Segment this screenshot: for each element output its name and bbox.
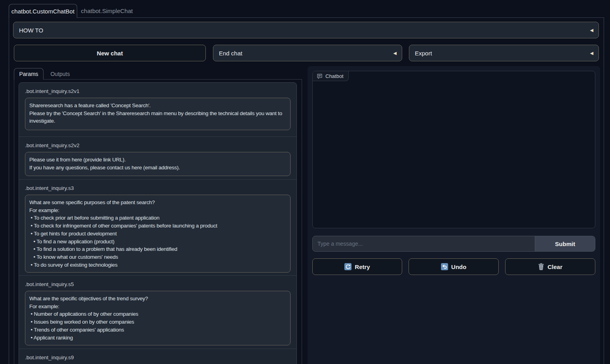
submit-button-label: Submit (555, 241, 575, 247)
undo-button-label: Undo (451, 264, 466, 270)
tab-params[interactable]: Params (14, 68, 44, 80)
param-field: .bot.intent_inquiry.s5 What are the spec… (19, 275, 296, 349)
retry-icon (344, 263, 352, 270)
chevron-left-icon: ◀ (393, 51, 397, 55)
chatbot-label-chip: Chatbot (313, 71, 349, 81)
chat-bubble-icon (317, 73, 323, 79)
param-field-label: .bot.intent_inquiry.s3 (25, 185, 291, 191)
undo-icon (441, 263, 448, 270)
chevron-left-icon: ◀ (590, 28, 593, 32)
tab-params-label: Params (19, 71, 38, 77)
param-field: .bot.intent_inquiry.s9 (19, 349, 296, 364)
retry-button-label: Retry (355, 264, 370, 270)
chat-column-panel: Chatbot Submit Retry Undo (308, 66, 600, 364)
param-field-textarea[interactable]: Shareresearch has a feature called 'Conc… (25, 98, 291, 130)
tab-custom-chatbot-label: chatbot.CustomChatBot (11, 8, 74, 15)
param-field-label: .bot.intent_inquiry.s2v2 (25, 142, 291, 149)
app-window: chatbot.CustomChatBot chatbot.SimpleChat… (0, 0, 610, 364)
submit-button[interactable]: Submit (535, 236, 595, 251)
message-composer: Submit (312, 236, 595, 252)
param-field-textarea[interactable]: What are the specific objectives of the … (25, 291, 291, 345)
clear-button[interactable]: Clear (505, 258, 595, 275)
param-field-textarea[interactable]: Please use it from here (provide link UR… (25, 152, 291, 176)
params-form: .bot.intent_inquiry.s2v1 Shareresearch h… (19, 82, 297, 364)
how-to-accordion-label: HOW TO (19, 27, 43, 34)
chevron-left-icon: ◀ (590, 51, 593, 55)
tab-simple-chat-label: chatbot.SimpleChat (81, 8, 133, 14)
tab-outputs-label: Outputs (50, 71, 70, 77)
end-chat-accordion-label: End chat (219, 50, 242, 57)
export-accordion[interactable]: Export ◀ (409, 45, 599, 61)
undo-button[interactable]: Undo (409, 258, 499, 275)
new-chat-button[interactable]: New chat (14, 45, 206, 61)
param-field: .bot.intent_inquiry.s3 What are some spe… (19, 179, 296, 275)
new-chat-button-label: New chat (97, 50, 123, 57)
chatbot-message-area: Chatbot (312, 71, 595, 228)
trash-icon (538, 263, 544, 270)
param-field: .bot.intent_inquiry.s2v1 Shareresearch h… (19, 83, 296, 136)
chatbot-label: Chatbot (325, 73, 344, 79)
tab-custom-chatbot[interactable]: chatbot.CustomChatBot (9, 4, 77, 18)
clear-button-label: Clear (547, 264, 562, 270)
param-field: .bot.intent_inquiry.s2v2 Please use it f… (19, 136, 296, 179)
tab-simple-chat[interactable]: chatbot.SimpleChat (78, 4, 136, 18)
how-to-accordion[interactable]: HOW TO ◀ (13, 22, 599, 38)
param-field-label: .bot.intent_inquiry.s9 (25, 354, 291, 361)
param-field-label: .bot.intent_inquiry.s5 (25, 281, 291, 288)
param-field-textarea[interactable]: What are some specific purposes of the p… (25, 195, 291, 273)
end-chat-accordion[interactable]: End chat ◀ (213, 45, 402, 61)
param-field-label: .bot.intent_inquiry.s2v1 (25, 88, 291, 95)
retry-button[interactable]: Retry (312, 258, 402, 275)
export-accordion-label: Export (415, 50, 432, 57)
message-input[interactable] (313, 236, 535, 251)
tab-outputs[interactable]: Outputs (44, 68, 77, 80)
